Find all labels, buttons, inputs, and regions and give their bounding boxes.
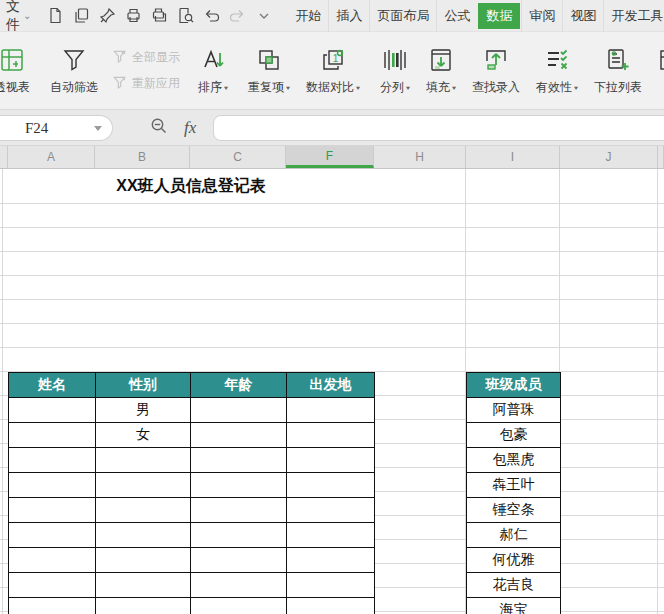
tab-插入[interactable]: 插入: [328, 0, 369, 32]
tab-页面布局[interactable]: 页面布局: [369, 0, 436, 32]
cell[interactable]: [9, 548, 96, 573]
cell[interactable]: [96, 473, 191, 498]
ribbon-button-重新应用[interactable]: 重新应用: [112, 75, 180, 93]
cell[interactable]: [191, 473, 287, 498]
cell[interactable]: 女: [96, 423, 191, 448]
roster-cell[interactable]: 包豪: [467, 423, 561, 448]
tab-公式[interactable]: 公式: [436, 0, 477, 32]
formula-input[interactable]: [213, 115, 664, 141]
ribbon-button-数据对比[interactable]: 1数据对比▾: [298, 32, 368, 109]
dropdown-arrow-icon: ▾: [452, 84, 456, 91]
cell[interactable]: [287, 423, 375, 448]
column-header-F[interactable]: F: [286, 146, 374, 168]
cell[interactable]: 男: [96, 398, 191, 423]
cell-reference: F24: [25, 120, 48, 137]
header-cell[interactable]: 出发地: [287, 373, 375, 398]
split-columns-icon: [382, 41, 408, 73]
cell[interactable]: [287, 523, 375, 548]
find-icon[interactable]: [177, 7, 194, 24]
tab-审阅[interactable]: 审阅: [521, 0, 562, 32]
column-header-I[interactable]: I: [466, 146, 560, 168]
cell[interactable]: [287, 498, 375, 523]
redo-icon[interactable]: [229, 7, 246, 24]
more-commands-icon[interactable]: [255, 7, 272, 24]
ribbon-button-排序[interactable]: 排序▾: [190, 32, 236, 109]
cell[interactable]: [191, 498, 287, 523]
ribbon-button-下拉列表[interactable]: 下拉列表: [586, 32, 650, 109]
sheet-title-cell[interactable]: XX班人员信息登记表: [8, 169, 374, 203]
cell[interactable]: [9, 598, 96, 614]
cell[interactable]: [191, 573, 287, 598]
ribbon-button-重复项[interactable]: 重复项▾: [240, 32, 298, 109]
roster-cell[interactable]: 包黑虎: [467, 448, 561, 473]
new-file-icon[interactable]: [47, 7, 64, 24]
roster-cell[interactable]: 阿普珠: [467, 398, 561, 423]
header-cell[interactable]: 姓名: [9, 373, 96, 398]
cell[interactable]: [9, 423, 96, 448]
roster-cell[interactable]: 郝仁: [467, 523, 561, 548]
name-box-dropdown-icon[interactable]: [94, 126, 102, 131]
tab-开始[interactable]: 开始: [288, 0, 328, 32]
cell[interactable]: [287, 598, 375, 614]
cell[interactable]: [191, 523, 287, 548]
cell[interactable]: [96, 448, 191, 473]
header-cell[interactable]: 年龄: [191, 373, 287, 398]
cell[interactable]: [287, 473, 375, 498]
cell[interactable]: [96, 523, 191, 548]
cell[interactable]: [9, 573, 96, 598]
cell[interactable]: [287, 398, 375, 423]
cell[interactable]: [96, 548, 191, 573]
ribbon-button-自动筛选[interactable]: 自动筛选: [42, 32, 106, 109]
column-header-J[interactable]: J: [560, 146, 658, 168]
cell[interactable]: [191, 448, 287, 473]
cell[interactable]: [287, 548, 375, 573]
column-header-C[interactable]: C: [190, 146, 286, 168]
cell[interactable]: [9, 498, 96, 523]
ribbon-button-分列[interactable]: 分列▾: [372, 32, 418, 109]
cell[interactable]: [96, 573, 191, 598]
title-tab-bar: 文件 ⌄ 开始插入页面布局公式数据审阅视图开发工具会员专享智能工具: [0, 0, 664, 32]
roster-cell[interactable]: 犇王叶: [467, 473, 561, 498]
ribbon-button-有效性[interactable]: 有效性▾: [528, 32, 586, 109]
cell[interactable]: [9, 398, 96, 423]
ribbon-button-label: 自动筛选: [50, 79, 98, 96]
ribbon-button-全部显示[interactable]: 全部显示: [112, 49, 180, 67]
undo-icon[interactable]: [203, 7, 220, 24]
cell[interactable]: [191, 548, 287, 573]
cell[interactable]: [9, 448, 96, 473]
roster-cell[interactable]: 锤空条: [467, 498, 561, 523]
cell[interactable]: [96, 598, 191, 614]
pin-icon[interactable]: [99, 7, 116, 24]
cell-name-box[interactable]: F24: [0, 115, 113, 141]
ribbon-button-查找录入[interactable]: 查找录入: [464, 32, 528, 109]
copy-icon[interactable]: [73, 7, 90, 24]
cell[interactable]: [191, 598, 287, 614]
column-header-A[interactable]: A: [8, 146, 95, 168]
roster-cell[interactable]: 花吉良: [467, 573, 561, 598]
cell[interactable]: [191, 398, 287, 423]
header-cell[interactable]: 性别: [96, 373, 191, 398]
tab-视图[interactable]: 视图: [562, 0, 603, 32]
cell[interactable]: [287, 448, 375, 473]
cell[interactable]: [191, 423, 287, 448]
print-icon[interactable]: [125, 7, 142, 24]
ribbon-button-合[interactable]: 合: [650, 32, 664, 109]
roster-header-cell[interactable]: 班级成员: [467, 373, 561, 398]
ribbon-button-透视表[interactable]: 透视表: [0, 32, 38, 109]
tab-数据[interactable]: 数据: [478, 3, 520, 29]
dropdown-arrow-icon: ▾: [286, 84, 290, 91]
cell[interactable]: [9, 473, 96, 498]
tab-开发工具[interactable]: 开发工具: [603, 0, 664, 32]
cell[interactable]: [9, 523, 96, 548]
fx-icon[interactable]: fx: [184, 118, 196, 138]
zoom-out-icon[interactable]: [150, 117, 168, 139]
file-menu-button[interactable]: 文件 ⌄: [0, 0, 33, 34]
roster-cell[interactable]: 何优雅: [467, 548, 561, 573]
cell[interactable]: [287, 573, 375, 598]
column-header-H[interactable]: H: [374, 146, 466, 168]
print-preview-icon[interactable]: [151, 7, 168, 24]
column-header-B[interactable]: B: [95, 146, 190, 168]
cell[interactable]: [96, 498, 191, 523]
ribbon-button-填充[interactable]: 填充▾: [418, 32, 464, 109]
roster-cell[interactable]: 海宝: [467, 598, 561, 614]
